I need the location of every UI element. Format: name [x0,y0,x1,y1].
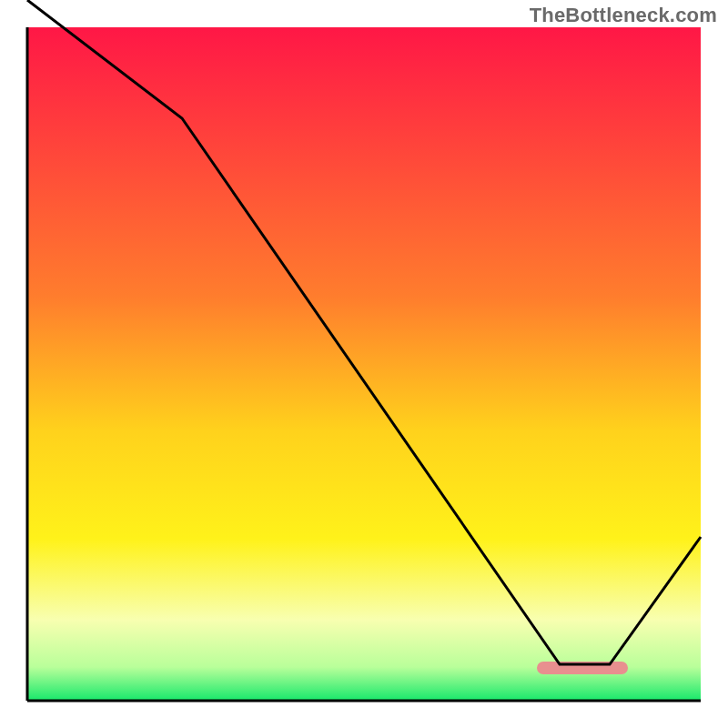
watermark-text: TheBottleneck.com [530,4,717,27]
chart-container: TheBottleneck.com [0,0,728,728]
plot-background [27,27,701,701]
chart-svg [0,0,728,728]
